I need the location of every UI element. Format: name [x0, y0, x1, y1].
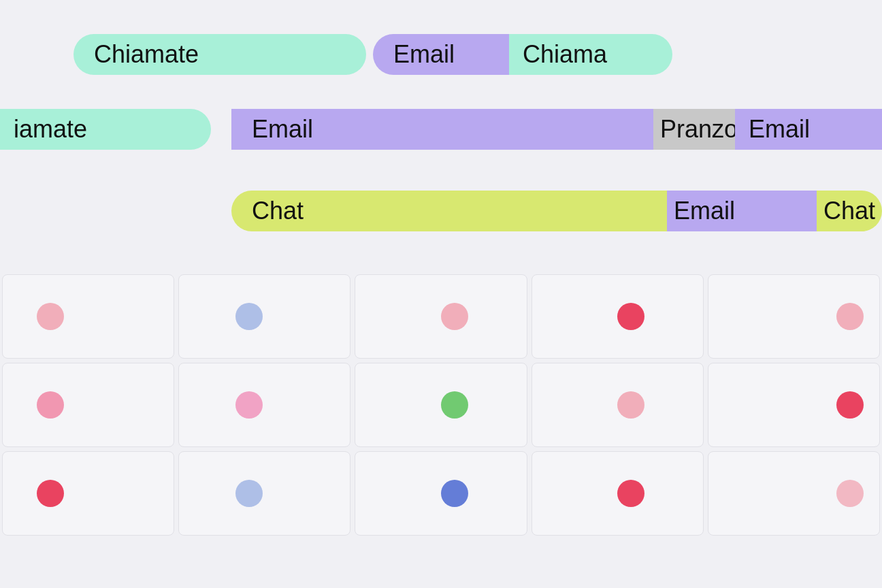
grid-row-3	[0, 449, 882, 538]
dot-1-1	[37, 303, 64, 330]
bar-email-3[interactable]: Email	[667, 191, 817, 231]
grid-cell-3-4	[532, 451, 704, 536]
bar-email-2[interactable]: Email	[231, 109, 653, 150]
bar-chiamate-1[interactable]: Chiamate	[74, 34, 366, 75]
dot-2-5	[836, 391, 864, 419]
timeline-row-3: Chat Email Chat	[0, 191, 882, 245]
grid-cell-3-3	[355, 451, 527, 536]
grid-cell-2-5	[708, 363, 880, 447]
bar-chat-3-label: Chat	[252, 197, 304, 225]
bar-chiama-1[interactable]: Chiama	[509, 34, 672, 75]
bar-pranzo-2[interactable]: Pranzo	[653, 109, 735, 150]
grid-cell-2-3	[355, 363, 527, 447]
dot-3-3	[441, 480, 468, 507]
grid-cell-3-5	[708, 451, 880, 536]
dot-2-4	[617, 391, 644, 419]
bar-chat-3b[interactable]: Chat	[817, 191, 882, 231]
grid-row-1	[0, 272, 882, 361]
dot-1-2	[235, 303, 263, 330]
bar-email-1[interactable]: Email	[373, 34, 509, 75]
dot-1-4	[617, 303, 644, 330]
grid-cell-3-2	[178, 451, 350, 536]
grid-cell-2-1	[2, 363, 174, 447]
timeline-row-2: iamate Email Pranzo Email	[0, 109, 882, 163]
dot-3-2	[235, 480, 263, 507]
bar-iamate-2[interactable]: iamate	[0, 109, 211, 150]
grid-cell-2-4	[532, 363, 704, 447]
grid-cell-1-5	[708, 274, 880, 359]
grid-cell-3-1	[2, 451, 174, 536]
grid-row-2	[0, 361, 882, 449]
dot-2-2	[235, 391, 263, 419]
bar-chat-3b-label: Chat	[823, 197, 875, 225]
dot-2-3	[441, 391, 468, 419]
dot-3-5	[836, 480, 864, 507]
bar-email-2b-label: Email	[749, 115, 810, 144]
grid-cell-1-1	[2, 274, 174, 359]
grid-cell-1-2	[178, 274, 350, 359]
bar-email-3-label: Email	[674, 197, 735, 225]
bar-chiama-1-label: Chiama	[523, 40, 607, 69]
grid-section	[0, 272, 882, 588]
dot-3-4	[617, 480, 644, 507]
bar-email-2b[interactable]: Email	[735, 109, 882, 150]
bar-iamate-2-label: iamate	[14, 115, 87, 144]
timeline-row-1: Chiamate Email Chiama	[0, 27, 882, 82]
grid-cell-1-4	[532, 274, 704, 359]
dot-1-5	[836, 303, 864, 330]
dot-2-1	[37, 391, 64, 419]
bar-chiamate-1-label: Chiamate	[94, 40, 199, 69]
gantt-container: Chiamate Email Chiama iamate Email Pranz…	[0, 0, 882, 588]
grid-cell-2-2	[178, 363, 350, 447]
bar-pranzo-2-label: Pranzo	[660, 115, 738, 144]
bar-email-2-label: Email	[252, 115, 313, 144]
dot-1-3	[441, 303, 468, 330]
bar-chat-3[interactable]: Chat	[231, 191, 667, 231]
bar-email-1-label: Email	[393, 40, 455, 69]
grid-cell-1-3	[355, 274, 527, 359]
dot-3-1	[37, 480, 64, 507]
